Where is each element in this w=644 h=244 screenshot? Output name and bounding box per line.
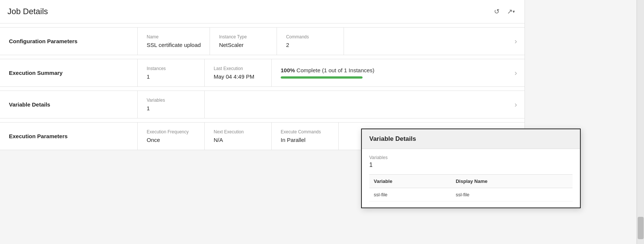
configuration-parameters-row: Configuration Parameters Name SSL certif… [0, 27, 525, 55]
export-button[interactable]: ↗ ▾ [505, 6, 517, 17]
execution-parameters-label: Execution Parameters [0, 123, 138, 150]
instances-label: Instances [147, 66, 195, 71]
configuration-parameters-label: Configuration Parameters [0, 28, 138, 55]
name-value: SSL certificate upload [147, 42, 201, 48]
page-title: Job Details [7, 7, 48, 16]
header-actions: ↺ ↗ ▾ [492, 6, 517, 17]
next-execution-field: Next Execution N/A [205, 123, 272, 150]
completion-prefix: 100% [281, 67, 295, 73]
instance-type-label: Instance Type [219, 34, 268, 39]
dropdown-icon: ▾ [513, 9, 515, 14]
page-header: Job Details ↺ ↗ ▾ [0, 0, 525, 23]
progress-bar-background [281, 76, 363, 79]
popup-title: Variable Details [362, 129, 580, 149]
last-execution-field: Last Execution May 04 4:49 PM [205, 59, 272, 86]
instance-type-value: NetScaler [219, 42, 268, 48]
commands-value: 2 [286, 42, 335, 48]
scrollbar[interactable] [637, 0, 644, 244]
completion-field: 100% Complete (1 out of 1 Instances) [272, 60, 507, 85]
execution-summary-label: Execution Summary [0, 59, 138, 86]
execute-commands-field: Execute Commands In Parallel [272, 123, 339, 150]
name-label: Name [147, 34, 201, 39]
name-field: Name SSL certificate upload [138, 28, 210, 55]
display-name-cell: ssl-file [451, 188, 573, 202]
execute-commands-value: In Parallel [281, 137, 329, 143]
variables-label: Variables [147, 98, 195, 103]
variable-details-popup: Variable Details Variables 1 Variable Di… [361, 129, 581, 208]
completion-text: 100% Complete (1 out of 1 Instances) [281, 67, 498, 73]
last-execution-value: May 04 4:49 PM [214, 73, 262, 80]
main-content: Job Details ↺ ↗ ▾ Configuration Paramete… [0, 0, 525, 150]
instances-value: 1 [147, 73, 195, 80]
config-chevron[interactable]: › [507, 28, 525, 55]
popup-body: Variables 1 Variable Display Name ssl-fi… [362, 149, 580, 207]
frequency-value: Once [147, 137, 195, 143]
refresh-button[interactable]: ↺ [492, 6, 502, 17]
variables-value: 1 [147, 105, 195, 111]
next-execution-label: Next Execution [214, 129, 262, 134]
popup-variables-label: Variables [369, 155, 573, 160]
table-row: ssl-filessl-file [369, 188, 573, 202]
completion-detail: Complete (1 out of 1 Instances) [295, 67, 374, 73]
variable-details-chevron[interactable]: › [507, 91, 525, 118]
last-execution-label: Last Execution [214, 66, 262, 71]
instances-field: Instances 1 [138, 59, 205, 86]
execution-summary-fields: Instances 1 Last Execution May 04 4:49 P… [138, 59, 507, 86]
refresh-icon: ↺ [494, 7, 500, 16]
table-col-variable: Variable [369, 175, 451, 188]
execute-commands-label: Execute Commands [281, 129, 329, 134]
variable-cell: ssl-file [369, 188, 451, 202]
popup-variables-value: 1 [369, 162, 573, 168]
frequency-field: Execution Frequency Once [138, 123, 205, 150]
progress-bar-fill [281, 76, 363, 79]
scrollbar-thumb[interactable] [638, 217, 644, 239]
variable-details-label: Variable Details [0, 91, 138, 118]
page-container: Job Details ↺ ↗ ▾ Configuration Paramete… [0, 0, 644, 244]
configuration-parameters-fields: Name SSL certificate upload Instance Typ… [138, 28, 507, 55]
execution-summary-row: Execution Summary Instances 1 Last Execu… [0, 59, 525, 87]
variables-table: Variable Display Name ssl-filessl-file [369, 174, 573, 202]
next-execution-value: N/A [214, 137, 262, 143]
variables-field: Variables 1 [138, 91, 205, 118]
export-icon: ↗ [507, 7, 513, 16]
execution-summary-chevron[interactable]: › [507, 59, 525, 86]
instance-type-field: Instance Type NetScaler [210, 28, 277, 55]
table-col-display-name: Display Name [451, 175, 573, 188]
variable-details-row: Variable Details Variables 1 › [0, 91, 525, 118]
frequency-label: Execution Frequency [147, 129, 195, 134]
commands-label: Commands [286, 34, 335, 39]
commands-field: Commands 2 [277, 28, 344, 55]
variable-details-fields: Variables 1 [138, 91, 507, 118]
